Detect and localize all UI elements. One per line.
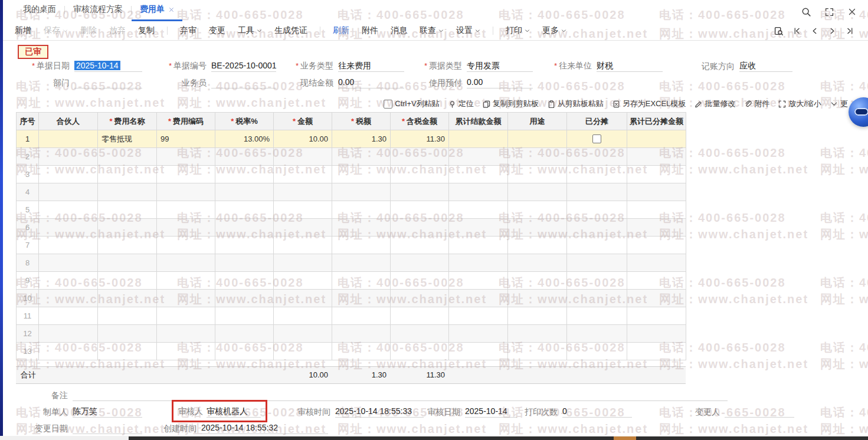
cell-empty[interactable]	[391, 307, 449, 325]
cell-empty[interactable]	[391, 201, 449, 219]
tab-close-icon[interactable]	[169, 7, 174, 12]
cell-empty[interactable]	[508, 201, 567, 219]
cell-empty[interactable]	[627, 325, 686, 343]
cell-empty[interactable]	[391, 272, 449, 290]
cell-empty[interactable]	[274, 183, 332, 201]
dept-input[interactable]	[74, 76, 142, 88]
cell-empty[interactable]	[98, 272, 157, 290]
cell-empty[interactable]	[508, 272, 567, 290]
cell-empty[interactable]	[215, 254, 274, 272]
cell-empty[interactable]	[157, 307, 215, 325]
grid-toolbar-resize[interactable]: 放大/缩小	[778, 98, 821, 109]
cell-empty[interactable]: 5	[17, 201, 39, 219]
cell-empty[interactable]	[274, 254, 332, 272]
cell-empty[interactable]	[98, 290, 157, 307]
cell-settled-total[interactable]	[449, 130, 508, 148]
toolbar-button[interactable]: 工具	[238, 25, 262, 36]
cell-amount[interactable]: 10.00	[274, 130, 332, 148]
partner-input[interactable]: 财税	[597, 60, 663, 72]
cell-empty[interactable]	[157, 343, 215, 360]
cell-seq[interactable]: 1	[17, 130, 39, 148]
ctrl-v-paste-checkbox[interactable]	[384, 100, 392, 109]
cell-empty[interactable]	[567, 307, 627, 325]
cell-empty[interactable]	[332, 325, 391, 343]
cell-empty[interactable]	[157, 148, 215, 166]
cell-empty[interactable]	[39, 183, 98, 201]
cell-empty[interactable]	[391, 219, 449, 237]
cell-empty[interactable]	[449, 307, 508, 325]
cell-empty[interactable]	[98, 219, 157, 237]
cell-empty[interactable]: 13	[17, 343, 39, 360]
cell-empty[interactable]	[567, 183, 627, 201]
cell-usage[interactable]	[508, 130, 567, 148]
doc-no-input[interactable]: BE-2025-10-0001	[211, 60, 276, 72]
cell-empty[interactable]	[449, 343, 508, 360]
cell-empty[interactable]	[39, 343, 98, 360]
cell-empty[interactable]	[391, 254, 449, 272]
cell-empty[interactable]	[98, 183, 157, 201]
cell-empty[interactable]	[508, 307, 567, 325]
cell-empty[interactable]	[274, 307, 332, 325]
cell-empty[interactable]	[391, 237, 449, 254]
toolbar-button[interactable]: 删除	[80, 25, 97, 36]
last-record-icon[interactable]	[846, 27, 854, 35]
cell-empty[interactable]: 7	[17, 237, 39, 254]
cell-empty[interactable]	[508, 343, 567, 360]
tab-2-active[interactable]: 费用单	[132, 0, 182, 21]
scrollbar-thumb[interactable]	[129, 436, 868, 440]
cell-empty[interactable]	[391, 290, 449, 307]
cell-empty[interactable]	[508, 325, 567, 343]
cell-empty[interactable]	[157, 183, 215, 201]
cell-empty[interactable]	[215, 290, 274, 307]
grid-toolbar-paperclip[interactable]: 附件	[744, 98, 769, 109]
cell-empty[interactable]	[567, 290, 627, 307]
cell-empty[interactable]	[567, 201, 627, 219]
cell-empty[interactable]	[157, 254, 215, 272]
cell-empty[interactable]	[215, 148, 274, 166]
cell-empty[interactable]	[627, 166, 686, 183]
cell-empty[interactable]	[332, 183, 391, 201]
next-record-icon[interactable]	[828, 27, 836, 35]
remark-input[interactable]	[73, 389, 728, 401]
toolbar-button[interactable]: 弃审	[180, 25, 196, 36]
cell-empty[interactable]	[215, 343, 274, 360]
cell-empty[interactable]	[215, 183, 274, 201]
grid-toolbar-paste[interactable]: 从剪贴板粘贴	[548, 98, 604, 109]
search-icon[interactable]	[801, 7, 811, 17]
cell-empty[interactable]	[274, 219, 332, 237]
toolbar-button[interactable]: 消息	[391, 25, 407, 36]
toolbar-button[interactable]: 联查	[420, 25, 444, 36]
cell-empty[interactable]	[627, 343, 686, 360]
cell-tax-rate[interactable]: 13.00%	[215, 130, 274, 148]
cell-empty[interactable]	[508, 166, 567, 183]
cell-empty[interactable]	[449, 219, 508, 237]
cell-empty[interactable]	[98, 237, 157, 254]
cell-empty[interactable]	[508, 183, 567, 201]
cell-empty[interactable]	[391, 325, 449, 343]
cell-empty[interactable]	[391, 183, 449, 201]
cell-empty[interactable]	[215, 307, 274, 325]
cell-empty[interactable]	[39, 201, 98, 219]
close-icon[interactable]	[848, 8, 856, 16]
grid-toolbar-checkbox[interactable]: Ctrl+V列粘贴	[384, 98, 439, 109]
cell-empty[interactable]: 4	[17, 183, 39, 201]
salesman-input[interactable]	[211, 76, 276, 88]
toolbar-button[interactable]: 设置	[456, 25, 480, 36]
cell-empty[interactable]	[274, 343, 332, 360]
cell-empty[interactable]	[449, 166, 508, 183]
toolbar-button[interactable]: 打印	[506, 25, 530, 36]
cell-empty[interactable]	[567, 254, 627, 272]
cell-empty[interactable]	[332, 307, 391, 325]
cell-empty[interactable]	[627, 237, 686, 254]
cell-empty[interactable]	[391, 166, 449, 183]
cell-empty[interactable]	[157, 237, 215, 254]
previous-record-icon[interactable]	[811, 27, 818, 35]
cell-empty[interactable]	[332, 166, 391, 183]
tab-0[interactable]: 我的桌面	[15, 0, 64, 21]
cell-empty[interactable]	[39, 237, 98, 254]
cell-empty[interactable]	[567, 219, 627, 237]
cell-empty[interactable]	[274, 237, 332, 254]
cell-empty[interactable]: 10	[17, 290, 39, 307]
cell-empty[interactable]	[391, 343, 449, 360]
cell-empty[interactable]	[157, 201, 215, 219]
